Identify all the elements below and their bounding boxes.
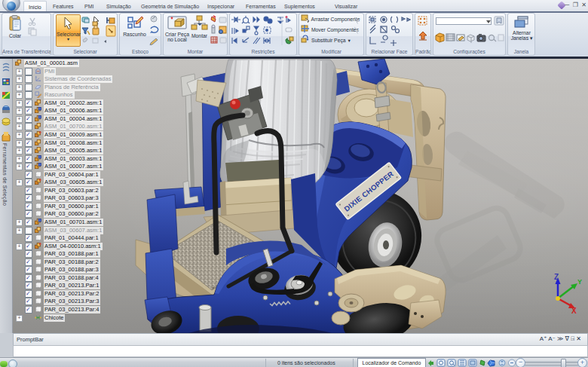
svg-text:Z: Z (554, 273, 559, 281)
svg-text:Y: Y (577, 278, 582, 286)
svg-text:X: X (571, 307, 577, 315)
